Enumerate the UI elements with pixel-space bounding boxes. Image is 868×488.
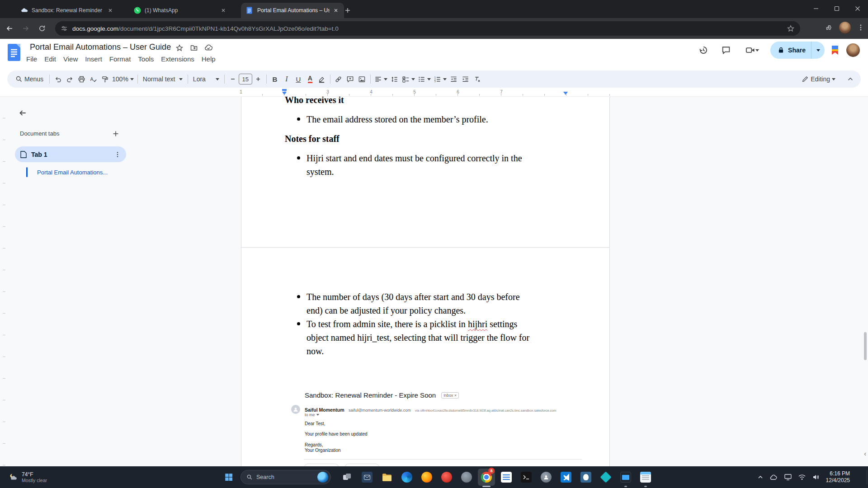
display-cast-icon[interactable] <box>784 474 792 480</box>
add-comment-icon[interactable] <box>344 73 356 85</box>
volume-icon[interactable] <box>812 474 820 480</box>
menu-help[interactable]: Help <box>198 54 219 64</box>
hidden-icons-chevron-icon[interactable] <box>757 474 764 480</box>
italic-button[interactable]: I <box>281 73 292 85</box>
window-close-button[interactable] <box>847 0 868 17</box>
underline-button[interactable]: U <box>292 73 304 85</box>
file-explorer-icon[interactable] <box>377 466 397 488</box>
hide-menus-chevron-icon[interactable] <box>844 73 856 85</box>
first-line-indent-marker[interactable] <box>282 89 287 91</box>
menu-extensions[interactable]: Extensions <box>157 54 198 64</box>
collapse-side-panel-icon[interactable]: ‹ <box>864 450 866 457</box>
spellcheck-icon[interactable]: A <box>87 73 99 85</box>
share-dropdown-caret[interactable] <box>811 42 825 59</box>
document-scrollbar[interactable] <box>864 332 867 360</box>
task-view-icon[interactable] <box>337 466 357 488</box>
text-color-button[interactable]: A <box>304 73 316 85</box>
share-button[interactable]: Share <box>770 42 825 59</box>
highlight-color-icon[interactable] <box>316 73 328 85</box>
menu-view[interactable]: View <box>60 54 81 64</box>
vscode-icon[interactable] <box>556 466 576 488</box>
paint-format-icon[interactable] <box>99 73 111 85</box>
comments-icon[interactable] <box>718 42 734 58</box>
menu-edit[interactable]: Edit <box>41 54 60 64</box>
site-info-icon[interactable] <box>61 25 68 32</box>
font-size-increase-icon[interactable] <box>252 73 264 85</box>
account-avatar[interactable] <box>845 42 861 58</box>
tab-options-kebab-icon[interactable] <box>114 151 121 158</box>
font-size-input[interactable]: 15 <box>239 74 252 84</box>
version-history-icon[interactable] <box>695 42 712 58</box>
add-tab-icon[interactable] <box>110 128 121 139</box>
mail-app-icon[interactable] <box>357 466 377 488</box>
document-page-2[interactable]: The number of days (30 days after start … <box>241 247 610 466</box>
paragraph-style-select[interactable]: Normal text <box>140 73 185 85</box>
move-to-folder-icon[interactable] <box>190 44 198 52</box>
insert-link-icon[interactable] <box>333 73 344 85</box>
address-bar[interactable]: docs.google.com/document/d/1jpc3R6Cmpii0… <box>55 21 800 36</box>
clear-formatting-icon[interactable] <box>472 73 483 85</box>
virtual-machine-monitor-icon[interactable] <box>616 466 636 488</box>
red-circle-app-icon[interactable] <box>437 466 457 488</box>
back-arrow-icon[interactable] <box>16 107 29 119</box>
taskbar-search-input[interactable]: Search <box>241 470 331 484</box>
meet-video-call-icon[interactable] <box>741 42 764 58</box>
menu-format[interactable]: Format <box>106 54 135 64</box>
tab-close-icon[interactable] <box>220 7 227 14</box>
font-size-decrease-icon[interactable] <box>227 73 239 85</box>
menu-file[interactable]: File <box>23 54 41 64</box>
zoom-select[interactable]: 100% <box>111 73 135 85</box>
browser-tab-sandbox[interactable]: Sandbox: Renewal Reminder - E <box>15 3 118 18</box>
chrome-icon[interactable]: 8 <box>476 466 496 488</box>
notepad-icon[interactable] <box>636 466 656 488</box>
left-indent-marker[interactable] <box>282 92 287 95</box>
redo-icon[interactable] <box>64 73 75 85</box>
browser-profile-avatar[interactable] <box>839 22 851 33</box>
document-status-cloud-icon[interactable] <box>204 44 213 52</box>
outline-heading-item[interactable]: Portal Email Automations... <box>26 167 108 177</box>
share-button-main[interactable]: Share <box>770 42 811 59</box>
decrease-indent-icon[interactable] <box>448 73 460 85</box>
contacts-app-icon[interactable] <box>536 466 556 488</box>
gray-circle-app-icon[interactable] <box>457 466 476 488</box>
search-highlight-thumbnail[interactable] <box>317 472 328 483</box>
menu-insert[interactable]: Insert <box>81 54 106 64</box>
print-icon[interactable] <box>75 73 87 85</box>
bookmark-star-icon[interactable] <box>787 24 795 33</box>
wifi-icon[interactable] <box>798 474 806 480</box>
star-document-icon[interactable] <box>175 44 184 52</box>
reload-icon[interactable] <box>35 22 49 35</box>
increase-indent-icon[interactable] <box>460 73 472 85</box>
firefox-icon[interactable] <box>417 466 437 488</box>
browser-menu-icon[interactable] <box>857 24 864 31</box>
font-family-select[interactable]: Lora <box>190 73 222 85</box>
extensions-puzzle-icon[interactable] <box>825 23 833 32</box>
browser-tab-whatsapp[interactable]: (1) WhatsApp <box>128 3 231 18</box>
window-minimize-button[interactable] <box>806 0 826 17</box>
google-docs-logo[interactable] <box>7 43 21 61</box>
window-maximize-button[interactable] <box>826 0 847 17</box>
line-spacing-icon[interactable] <box>389 73 401 85</box>
onedrive-cloud-icon[interactable] <box>770 474 778 480</box>
document-title[interactable]: Portal Email Automations – User Guide <box>30 42 171 52</box>
meet-dropdown-caret[interactable] <box>755 49 759 52</box>
bold-button[interactable]: B <box>269 73 281 85</box>
browser-tab-docs[interactable]: Portal Email Automations – Use <box>241 3 344 18</box>
taskbar-weather-widget[interactable]: 74°F Mostly clear <box>5 466 51 488</box>
extension-bookmark-icon[interactable] <box>831 45 839 55</box>
numbered-list-select[interactable]: 123 <box>432 73 448 85</box>
undo-icon[interactable] <box>52 73 64 85</box>
tab-close-icon[interactable] <box>107 7 114 14</box>
align-select[interactable] <box>373 73 389 85</box>
edge-icon[interactable] <box>397 466 417 488</box>
bulleted-list-select[interactable] <box>416 73 432 85</box>
document-tab-1[interactable]: Tab 1 <box>15 146 126 162</box>
menus-search-button[interactable]: Menus <box>12 73 47 85</box>
insert-image-icon[interactable] <box>356 73 368 85</box>
right-indent-marker[interactable] <box>563 92 568 95</box>
editing-mode-select[interactable]: Editing <box>797 73 840 85</box>
back-icon[interactable] <box>3 22 16 35</box>
forward-icon[interactable] <box>19 22 33 35</box>
checklist-select[interactable] <box>401 73 416 85</box>
menu-tools[interactable]: Tools <box>134 54 157 64</box>
